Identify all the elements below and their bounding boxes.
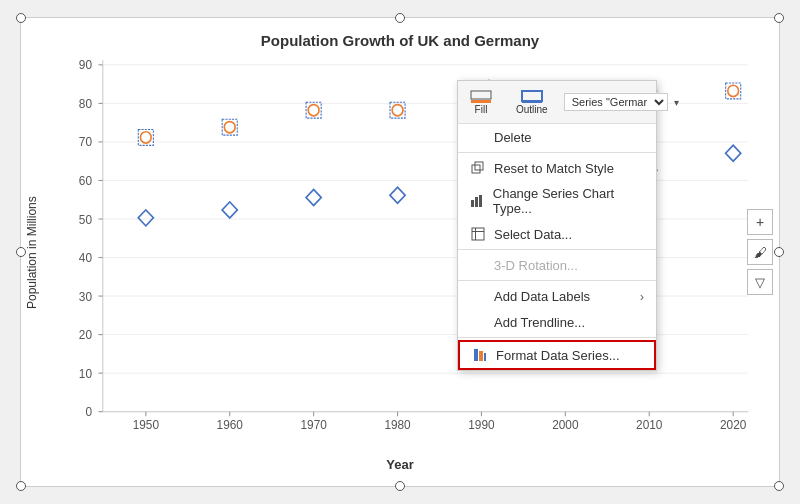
svg-rect-50 <box>306 189 321 205</box>
svg-rect-74 <box>522 91 542 101</box>
fill-icon <box>470 90 492 104</box>
data-labels-icon <box>470 288 486 304</box>
outline-label: Outline <box>516 104 548 115</box>
menu-format-series-label: Format Data Series... <box>496 348 620 363</box>
svg-rect-83 <box>475 228 476 240</box>
germany-point-1950[interactable] <box>140 132 151 143</box>
menu-item-reset[interactable]: Reset to Match Style <box>458 155 656 181</box>
filter-icon: ▽ <box>755 275 765 290</box>
svg-rect-81 <box>472 228 484 240</box>
select-data-icon <box>470 226 486 242</box>
rotation-icon <box>470 257 486 273</box>
handle-bottom-left[interactable] <box>16 481 26 491</box>
handle-bottom[interactable] <box>395 481 405 491</box>
svg-text:1970: 1970 <box>300 417 327 431</box>
svg-text:0: 0 <box>85 405 92 419</box>
format-bar: Fill Outline Series "Germar ▾ <box>458 81 656 124</box>
svg-rect-82 <box>472 231 484 232</box>
handle-top[interactable] <box>395 13 405 23</box>
uk-point-1960[interactable] <box>222 202 237 218</box>
menu-divider-4 <box>458 337 656 338</box>
add-element-button[interactable]: + <box>747 209 773 235</box>
uk-point-1980[interactable] <box>390 187 405 203</box>
handle-bottom-right[interactable] <box>774 481 784 491</box>
menu-item-format-series[interactable]: Format Data Series... <box>458 340 656 370</box>
svg-rect-48 <box>138 210 153 226</box>
svg-point-59 <box>392 105 403 116</box>
svg-text:10: 10 <box>79 366 92 380</box>
svg-rect-76 <box>472 165 480 173</box>
menu-divider-1 <box>458 152 656 153</box>
handle-top-right[interactable] <box>774 13 784 23</box>
svg-text:2020: 2020 <box>720 417 747 431</box>
submenu-arrow: › <box>640 289 644 304</box>
add-icon: + <box>756 214 764 230</box>
uk-point-2020[interactable] <box>726 145 741 161</box>
menu-divider-2 <box>458 249 656 250</box>
germany-point-1960[interactable] <box>224 122 235 133</box>
filter-button[interactable]: ▽ <box>747 269 773 295</box>
svg-rect-49 <box>222 202 237 218</box>
menu-divider-3 <box>458 280 656 281</box>
format-series-icon <box>472 347 488 363</box>
chart-wrapper: Population Growth of UK and Germany UK G… <box>20 17 780 487</box>
svg-point-57 <box>224 122 235 133</box>
svg-point-58 <box>308 105 319 116</box>
menu-change-type-label: Change Series Chart Type... <box>493 186 644 216</box>
menu-item-select-data[interactable]: Select Data... <box>458 221 656 247</box>
outer-container: Population Growth of UK and Germany UK G… <box>0 0 800 504</box>
germany-point-2020[interactable] <box>728 85 739 96</box>
change-type-icon <box>470 193 485 209</box>
fill-label: Fill <box>475 104 488 115</box>
y-axis-label: Population in Millions <box>21 49 49 457</box>
svg-text:40: 40 <box>79 251 92 265</box>
menu-item-change-type[interactable]: Change Series Chart Type... <box>458 181 656 221</box>
right-sidebar: + 🖌 ▽ <box>747 209 773 295</box>
menu-select-data-label: Select Data... <box>494 227 572 242</box>
germany-point-1980[interactable] <box>392 105 403 116</box>
svg-text:1950: 1950 <box>133 417 160 431</box>
menu-item-trendline[interactable]: Add Trendline... <box>458 309 656 335</box>
dropdown-arrow: ▾ <box>674 97 679 108</box>
svg-point-63 <box>728 85 739 96</box>
menu-item-rotation: 3-D Rotation... <box>458 252 656 278</box>
svg-rect-86 <box>484 353 486 361</box>
svg-rect-85 <box>479 351 483 361</box>
svg-text:1980: 1980 <box>384 417 411 431</box>
svg-text:2010: 2010 <box>636 417 663 431</box>
svg-text:30: 30 <box>79 289 92 303</box>
svg-rect-78 <box>471 200 474 207</box>
germany-point-1970[interactable] <box>308 105 319 116</box>
menu-trendline-label: Add Trendline... <box>494 315 585 330</box>
svg-text:70: 70 <box>79 135 92 149</box>
series-dropdown[interactable]: Series "Germar <box>564 93 668 111</box>
fill-button[interactable]: Fill <box>466 88 496 117</box>
reset-icon <box>470 160 486 176</box>
uk-point-1950[interactable] <box>138 210 153 226</box>
uk-point-1970[interactable] <box>306 189 321 205</box>
svg-rect-73 <box>471 100 491 103</box>
chart-title: Population Growth of UK and Germany <box>261 32 539 49</box>
svg-point-56 <box>140 132 151 143</box>
x-axis-label: Year <box>386 457 413 478</box>
style-button[interactable]: 🖌 <box>747 239 773 265</box>
outline-button[interactable]: Outline <box>512 88 552 117</box>
svg-text:60: 60 <box>79 174 92 188</box>
menu-item-data-labels[interactable]: Add Data Labels › <box>458 283 656 309</box>
handle-top-left[interactable] <box>16 13 26 23</box>
svg-rect-72 <box>471 91 491 99</box>
brush-icon: 🖌 <box>754 245 767 260</box>
svg-rect-80 <box>479 195 482 207</box>
context-menu: Fill Outline Series "Germar ▾ <box>457 80 657 371</box>
menu-item-delete[interactable]: Delete <box>458 124 656 150</box>
svg-text:20: 20 <box>79 328 92 342</box>
trendline-icon <box>470 314 486 330</box>
svg-rect-84 <box>474 349 478 361</box>
svg-rect-75 <box>522 100 542 103</box>
menu-data-labels-label: Add Data Labels <box>494 289 590 304</box>
svg-rect-79 <box>475 197 478 207</box>
menu-rotation-label: 3-D Rotation... <box>494 258 578 273</box>
svg-rect-55 <box>726 145 741 161</box>
menu-reset-label: Reset to Match Style <box>494 161 614 176</box>
svg-text:90: 90 <box>79 58 92 72</box>
